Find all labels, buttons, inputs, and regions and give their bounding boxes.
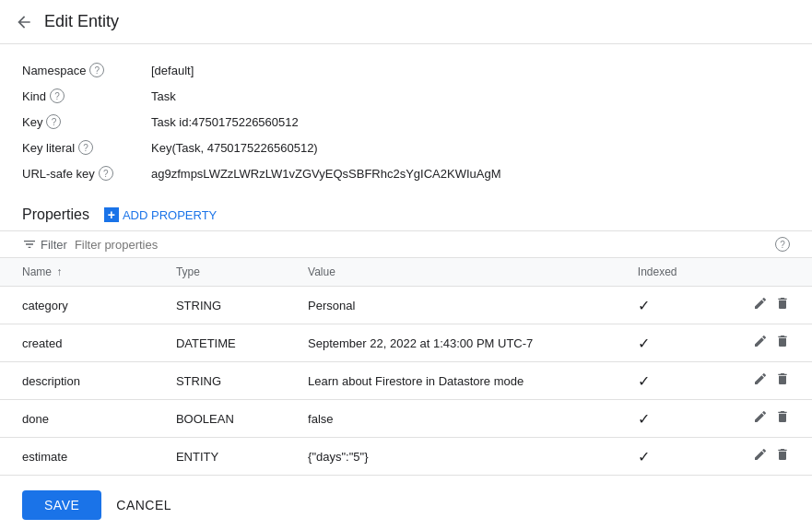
filter-input[interactable] xyxy=(75,238,768,252)
cell-actions xyxy=(715,400,812,438)
edit-icon[interactable] xyxy=(753,334,768,352)
indexed-check-icon: ✓ xyxy=(638,336,650,351)
cell-value: September 22, 2022 at 1:43:00 PM UTC-7 xyxy=(286,324,616,362)
properties-tbody: category STRING Personal ✓ created DATET… xyxy=(0,287,812,476)
filter-help-icon[interactable]: ? xyxy=(775,237,790,252)
col-value-header: Value xyxy=(286,258,616,287)
namespace-row: Namespace ? [default] xyxy=(22,59,790,85)
kind-help-icon[interactable]: ? xyxy=(50,88,65,103)
key-row: Key ? Task id:4750175226560512 xyxy=(22,111,790,136)
save-button[interactable]: SAVE xyxy=(22,490,101,520)
cell-actions xyxy=(715,362,812,400)
cell-indexed: ✓ xyxy=(616,324,715,362)
add-property-button[interactable]: + ADD PROPERTY xyxy=(104,207,217,222)
indexed-check-icon: ✓ xyxy=(638,373,650,389)
table-row: estimate ENTITY {"days":"5"} ✓ xyxy=(0,438,812,476)
namespace-help-icon[interactable]: ? xyxy=(89,63,104,77)
url-safe-key-help-icon[interactable]: ? xyxy=(99,166,113,181)
cell-name: estimate xyxy=(0,438,154,476)
table-header: Name ↑ Type Value Indexed xyxy=(0,258,812,287)
edit-icon[interactable] xyxy=(753,371,768,390)
cancel-button[interactable]: CANCEL xyxy=(116,498,171,512)
table-row: created DATETIME September 22, 2022 at 1… xyxy=(0,324,812,362)
key-value: Task id:4750175226560512 xyxy=(151,115,299,129)
page-header: Edit Entity xyxy=(0,0,812,44)
delete-icon[interactable] xyxy=(775,296,790,314)
properties-title: Properties xyxy=(22,206,89,223)
key-literal-row: Key literal ? Key(Task, 4750175226560512… xyxy=(22,136,790,162)
cell-value: {"days":"5"} xyxy=(286,438,616,476)
cell-indexed: ✓ xyxy=(616,287,715,324)
cell-name: category xyxy=(0,287,154,324)
delete-icon[interactable] xyxy=(775,334,790,352)
filter-icon: Filter xyxy=(22,237,67,252)
back-button[interactable] xyxy=(15,13,33,31)
filter-bar: Filter ? xyxy=(0,230,812,258)
cell-indexed: ✓ xyxy=(616,400,715,438)
cell-indexed: ✓ xyxy=(616,362,715,400)
indexed-check-icon: ✓ xyxy=(638,449,650,465)
table-row: done BOOLEAN false ✓ xyxy=(0,400,812,438)
edit-icon[interactable] xyxy=(753,447,768,465)
key-literal-help-icon[interactable]: ? xyxy=(78,140,93,155)
col-type-header: Type xyxy=(154,258,286,287)
cell-name: done xyxy=(0,400,154,438)
cell-name: created xyxy=(0,324,154,362)
cell-actions xyxy=(715,438,812,476)
table-row: category STRING Personal ✓ xyxy=(0,287,812,324)
cell-name: description xyxy=(0,362,154,400)
cell-actions xyxy=(715,324,812,362)
key-literal-label: Key literal ? xyxy=(22,140,151,155)
edit-icon[interactable] xyxy=(753,296,768,314)
key-literal-value: Key(Task, 4750175226560512) xyxy=(151,141,318,155)
properties-table: Name ↑ Type Value Indexed category STRIN… xyxy=(0,258,812,476)
cell-type: STRING xyxy=(154,287,286,324)
namespace-value: [default] xyxy=(151,64,194,77)
cell-type: ENTITY xyxy=(154,438,286,476)
kind-value: Task xyxy=(151,89,176,103)
cell-value: Learn about Firestore in Datastore mode xyxy=(286,362,616,400)
kind-row: Kind ? Task xyxy=(22,85,790,111)
sort-icon[interactable]: ↑ xyxy=(56,265,62,278)
cell-type: DATETIME xyxy=(154,324,286,362)
table-row: description STRING Learn about Firestore… xyxy=(0,362,812,400)
col-indexed-header: Indexed xyxy=(616,258,715,287)
edit-icon[interactable] xyxy=(753,409,768,428)
cell-value: Personal xyxy=(286,287,616,324)
indexed-check-icon: ✓ xyxy=(638,411,650,427)
kind-label: Kind ? xyxy=(22,88,151,103)
delete-icon[interactable] xyxy=(775,409,790,428)
namespace-label: Namespace ? xyxy=(22,63,151,77)
url-safe-key-value: ag9zfmpsLWZzLWRzLW1vZGVyEQsSBFRhc2sYgICA… xyxy=(151,167,501,181)
footer: SAVE CANCEL xyxy=(0,476,812,530)
url-safe-key-label: URL-safe key ? xyxy=(22,166,151,181)
properties-header: Properties + ADD PROPERTY xyxy=(0,195,812,230)
cell-indexed: ✓ xyxy=(616,438,715,476)
page-title: Edit Entity xyxy=(44,12,119,31)
url-safe-key-row: URL-safe key ? ag9zfmpsLWZzLWRzLW1vZGVyE… xyxy=(22,162,790,188)
col-name-header: Name ↑ xyxy=(0,258,154,287)
delete-icon[interactable] xyxy=(775,447,790,465)
cell-actions xyxy=(715,287,812,324)
key-help-icon[interactable]: ? xyxy=(46,114,61,129)
indexed-check-icon: ✓ xyxy=(638,298,650,313)
cell-type: BOOLEAN xyxy=(154,400,286,438)
delete-icon[interactable] xyxy=(775,371,790,390)
entity-info-section: Namespace ? [default] Kind ? Task Key ? … xyxy=(0,44,812,195)
add-icon: + xyxy=(104,207,119,222)
key-label: Key ? xyxy=(22,114,151,129)
cell-value: false xyxy=(286,400,616,438)
cell-type: STRING xyxy=(154,362,286,400)
col-actions-header xyxy=(715,258,812,287)
